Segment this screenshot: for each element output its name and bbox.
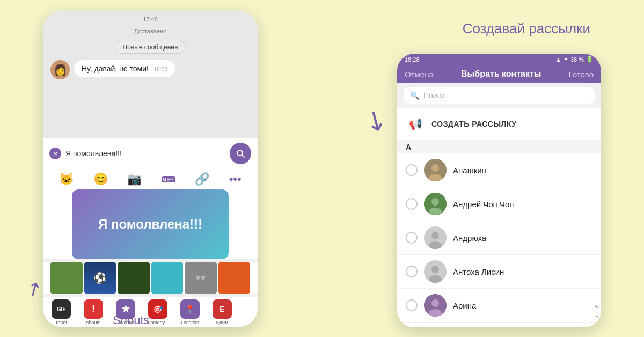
contact-checkbox[interactable] — [406, 299, 418, 311]
sticker-main-text: Я помолвлена!!! — [98, 217, 202, 232]
broadcast-row[interactable]: 📢 СОЗДАТЬ РАССЫЛКУ — [397, 108, 601, 141]
svg-point-9 — [431, 232, 439, 239]
sticker-thumb-6[interactable] — [218, 262, 251, 294]
sticker-packs: GIF Tenor ! shouts ★ Favorites 🎯 Comedy.… — [43, 297, 258, 327]
chat-area: 17:48 Доставлено Новые сообщения 👩 Ну, д… — [43, 11, 258, 138]
nav-done-button[interactable]: Готово — [569, 70, 594, 79]
sticker-toolbar: 🐱 😊 📷 GIF+ 🔗 ••• — [43, 169, 258, 189]
search-icon: 🔍 — [410, 91, 419, 100]
contact-row[interactable]: Антоха Лисин — [397, 255, 601, 289]
section-header-a: А — [397, 141, 601, 153]
svg-point-3 — [431, 164, 439, 172]
chat-message-row: 👩 Ну, давай, не томи! 18:00 — [50, 60, 250, 79]
contact-name: Андрей Чоп Чоп — [453, 200, 514, 209]
status-time: 18:28 — [405, 56, 420, 63]
sticker-main: Я помолвлена!!! — [72, 189, 229, 259]
contact-row[interactable]: Анашкин — [397, 153, 601, 187]
pack-tenor-label: Tenor — [55, 320, 68, 325]
contact-avatar — [424, 226, 447, 249]
contact-list: Анашкин Андрей Чоп Чоп — [397, 153, 601, 327]
signal-icon: ▲ — [555, 56, 561, 63]
more-icon[interactable]: ••• — [229, 172, 241, 186]
contact-row[interactable]: Андрюха — [397, 221, 601, 255]
input-text[interactable]: Я помолвлена!!! — [65, 149, 225, 158]
alphabet-sidebar: А • Г • Ж • К • Н • Р • У • Ч • Ы • Я • — [594, 304, 598, 327]
chat-delivered: Доставлено — [50, 28, 250, 34]
sticker-thumb-3[interactable] — [118, 262, 150, 294]
link-icon[interactable]: 🔗 — [195, 172, 209, 186]
svg-point-12 — [431, 266, 439, 273]
alpha-zh[interactable]: Ж — [594, 326, 598, 327]
alpha-a[interactable]: А — [594, 304, 598, 310]
nav-bar: Отмена Выбрать контакты Готово — [397, 65, 601, 83]
gif-badge: GIF+ — [162, 176, 175, 182]
svg-point-15 — [431, 299, 439, 307]
contact-row[interactable]: Андрей Чоп Чоп — [397, 187, 601, 221]
battery-icon: 🔋 — [586, 56, 594, 63]
svg-point-6 — [431, 198, 439, 206]
pack-shouts[interactable]: ! shouts — [78, 299, 108, 325]
contact-checkbox[interactable] — [406, 232, 418, 244]
gif-icon[interactable]: GIF+ — [162, 176, 175, 182]
left-phone: 17:48 Доставлено Новые сообщения 👩 Ну, д… — [43, 11, 258, 327]
sticker-thumb-5[interactable]: ♥♥ — [185, 262, 217, 294]
new-messages-button[interactable]: Новые сообщения — [115, 41, 186, 54]
contact-avatar — [424, 193, 447, 215]
svg-line-1 — [242, 155, 244, 157]
emoji-icon[interactable]: 😊 — [93, 172, 108, 186]
contact-name: Антоха Лисин — [453, 267, 504, 276]
bear-icon[interactable]: 🐱 — [59, 172, 74, 186]
contact-name: Андрюха — [453, 233, 486, 243]
pack-tenor[interactable]: GIF Tenor — [46, 299, 76, 325]
right-phone: 18:28 ▲ ✦ 38 % 🔋 Отмена Выбрать контакты… — [397, 54, 601, 327]
pack-location-label: Location — [181, 320, 199, 325]
pack-location[interactable]: 📍 Location — [175, 299, 205, 325]
pack-edinm[interactable]: Е Едим — [207, 299, 237, 325]
message-text: Ну, давай, не томи! — [82, 64, 149, 73]
contact-checkbox[interactable] — [406, 164, 418, 176]
right-arrow-decoration: ↘ — [358, 101, 393, 139]
pack-shouts-label: shouts — [86, 320, 101, 325]
contact-avatar — [424, 159, 447, 181]
alpha-g[interactable]: Г — [594, 315, 598, 321]
sticker-thumb-1[interactable] — [50, 262, 83, 294]
sticker-thumb-4[interactable] — [151, 262, 184, 294]
search-bar[interactable]: 🔍 Поиск — [404, 87, 595, 104]
bluetooth-icon: ✦ — [564, 56, 568, 63]
input-bar: ✕ Я помолвлена!!! — [43, 138, 258, 169]
sticker-thumb-2[interactable]: ⚽ — [84, 262, 116, 294]
status-icons: ▲ ✦ 38 % 🔋 — [555, 56, 594, 63]
contact-checkbox[interactable] — [406, 266, 418, 277]
contact-avatar — [424, 260, 447, 283]
contact-name: Арина — [453, 301, 476, 310]
chat-time: 17:48 — [50, 16, 250, 23]
contact-row[interactable]: Арина — [397, 289, 601, 323]
nav-cancel-button[interactable]: Отмена — [405, 70, 434, 79]
search-placeholder: Поиск — [423, 91, 444, 100]
broadcast-label: СОЗДАТЬ РАССЫЛКУ — [431, 120, 517, 128]
contact-name: Анашкин — [453, 166, 486, 175]
camera-icon[interactable]: 📷 — [127, 172, 142, 186]
message-bubble: Ну, давай, не томи! 18:00 — [74, 60, 175, 77]
status-bar: 18:28 ▲ ✦ 38 % 🔋 — [397, 54, 601, 65]
right-title: Создавай рассылки — [463, 20, 590, 37]
search-button[interactable] — [230, 143, 251, 164]
nav-title: Выбрать контакты — [461, 69, 541, 79]
pack-comedy-label: Comedy... — [147, 320, 169, 325]
contact-avatar — [424, 294, 447, 317]
pack-edinm-label: Едим — [216, 320, 228, 325]
broadcast-icon: 📢 — [406, 114, 425, 134]
cancel-icon[interactable]: ✕ — [49, 148, 61, 159]
shouts-label: Shouts — [113, 313, 150, 327]
avatar: 👩 — [50, 60, 70, 79]
search-bar-container: 🔍 Поиск — [397, 83, 601, 108]
contact-checkbox[interactable] — [406, 198, 418, 210]
message-time: 18:00 — [154, 67, 167, 72]
sticker-grid: ⚽ ♥♥ — [43, 262, 258, 294]
battery-text: 38 % — [570, 56, 584, 63]
